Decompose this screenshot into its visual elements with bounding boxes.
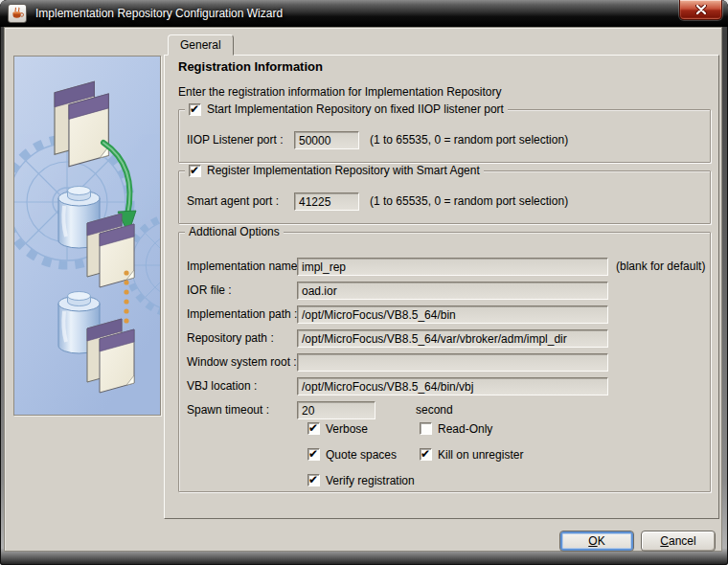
group-smart-agent: Register Implementation Repository with …: [178, 170, 711, 224]
implementation-name-label: Implementation name :: [187, 258, 304, 276]
implementation-path-label: Implementation path :: [187, 305, 297, 324]
vbj-location-input[interactable]: [297, 377, 608, 396]
quote-spaces-checkbox-row[interactable]: Quote spaces: [307, 447, 397, 462]
kill-on-unregister-checkbox-row[interactable]: Kill on unregister: [420, 447, 523, 462]
window-system-root-input[interactable]: [297, 353, 608, 372]
quote-spaces-label: Quote spaces: [326, 448, 397, 462]
cancel-button-rest: ancel: [669, 534, 696, 548]
group-smart-legend: Register Implementation Repository with …: [185, 164, 484, 178]
group-additional-options: Addtional Options Implementation name : …: [178, 232, 711, 492]
iiop-port-label: IIOP Listener port :: [187, 131, 284, 149]
page-title: Registration Information: [178, 59, 323, 74]
group-smart-title: Register Implementation Repository with …: [207, 164, 480, 178]
smart-port-label: Smart agent port :: [187, 192, 279, 211]
verify-registration-checkbox[interactable]: [307, 474, 320, 486]
tab-pane: Registration Information Enter the regis…: [164, 55, 719, 519]
kill-on-unregister-checkbox[interactable]: [420, 448, 432, 461]
group-iiop-title: Start Implementation Repository on fixed…: [207, 102, 504, 117]
close-icon: [695, 5, 707, 14]
titlebar: Implementation Repository Configuration …: [0, 0, 728, 27]
read-only-label: Read-Only: [438, 422, 492, 436]
close-button[interactable]: [679, 0, 722, 20]
quote-spaces-checkbox[interactable]: [307, 448, 320, 461]
window-system-root-label: Window system root :: [187, 353, 297, 372]
ok-button-mnemonic: O: [588, 534, 597, 548]
read-only-checkbox-row[interactable]: Read-Only: [420, 421, 492, 436]
cancel-button-mnemonic: C: [660, 534, 669, 548]
repository-path-label: Repository path :: [187, 329, 274, 348]
ok-button-rest: K: [598, 534, 605, 548]
implementation-path-input[interactable]: [297, 305, 608, 324]
iiop-port-note: (1 to 65535, 0 = random port selection): [370, 131, 568, 149]
smart-agent-port-input[interactable]: [294, 192, 359, 211]
window-title: Implementation Repository Configuration …: [35, 7, 283, 20]
smart-agent-enable-checkbox[interactable]: [189, 165, 201, 177]
spawn-timeout-unit: second: [416, 401, 453, 419]
spawn-timeout-label: Spawn timeout :: [187, 401, 269, 419]
java-coffee-icon: [8, 4, 27, 23]
verbose-label: Verbose: [326, 422, 368, 436]
ior-file-input[interactable]: [297, 282, 608, 300]
group-iiop-legend: Start Implementation Repository on fixed…: [185, 102, 508, 117]
ok-button[interactable]: OK: [559, 531, 634, 552]
iiop-listener-port-input[interactable]: [294, 131, 359, 149]
tab-label: General: [180, 38, 221, 52]
implementation-name-input[interactable]: [297, 258, 608, 276]
verify-registration-checkbox-row[interactable]: Verify registration: [307, 473, 415, 487]
vbj-location-label: VBJ location :: [187, 377, 257, 396]
cancel-button[interactable]: Cancel: [641, 531, 716, 552]
dialog-body: General Registration Information Enter t…: [4, 27, 722, 552]
repository-path-input[interactable]: [297, 329, 608, 348]
ior-file-label: IOR file :: [187, 282, 232, 300]
read-only-checkbox[interactable]: [420, 422, 432, 435]
kill-on-unregister-label: Kill on unregister: [438, 448, 523, 462]
wizard-artwork: [13, 56, 161, 416]
verify-registration-label: Verify registration: [326, 474, 415, 487]
wizard-window: Implementation Repository Configuration …: [0, 0, 728, 565]
group-additional-title: Addtional Options: [185, 225, 284, 239]
smart-port-note: (1 to 65535, 0 = random port selection): [370, 192, 568, 211]
verbose-checkbox-row[interactable]: Verbose: [307, 421, 368, 436]
iiop-enable-checkbox[interactable]: [189, 103, 201, 116]
page-subtitle: Enter the registration information for I…: [178, 85, 502, 99]
implementation-name-note: (blank for default): [616, 258, 705, 276]
verbose-checkbox[interactable]: [307, 422, 320, 435]
tab-general[interactable]: General: [168, 34, 234, 56]
group-iiop-listener: Start Implementation Repository on fixed…: [178, 109, 711, 163]
spawn-timeout-input[interactable]: [297, 401, 375, 419]
